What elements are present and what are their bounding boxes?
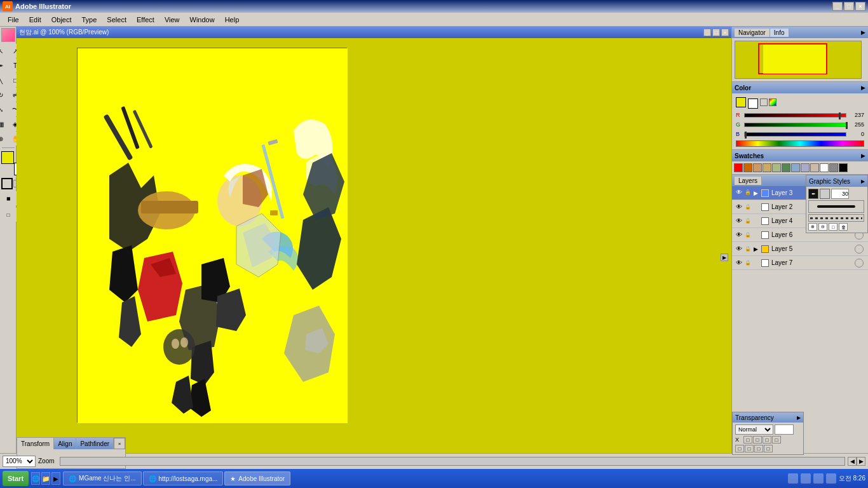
swatch-tan[interactable] <box>753 163 762 172</box>
layer-5-target[interactable] <box>855 245 864 254</box>
g-slider-handle[interactable] <box>846 122 848 129</box>
swatch-sage[interactable] <box>772 163 781 172</box>
gs-blend-btn3[interactable]: □ <box>829 223 837 231</box>
layer-row-5[interactable]: 👁 🔒 ▶ Layer 5 <box>732 242 868 256</box>
rotate-tool[interactable]: ↻ <box>0 88 8 102</box>
tab-align[interactable]: Align <box>54 438 76 449</box>
scroll-left-btn[interactable]: ◀ <box>848 457 857 466</box>
blend-mode-select[interactable]: Normal <box>735 424 773 435</box>
bottom-panel-close[interactable]: × <box>114 438 125 449</box>
g-slider[interactable] <box>744 123 846 127</box>
transparency-menu[interactable]: ▶ <box>797 415 801 421</box>
close-button[interactable]: × <box>855 2 865 11</box>
color-panel-menu[interactable]: ▶ <box>861 85 865 91</box>
gs-blend-btn1[interactable]: ⊕ <box>808 223 817 231</box>
line-tool[interactable]: ╲ <box>0 73 8 87</box>
trans-btn-3[interactable]: □ <box>763 436 771 444</box>
stroke-none[interactable] <box>760 98 768 106</box>
swatches-panel-menu[interactable]: ▶ <box>861 152 865 159</box>
layer-4-eye[interactable]: 👁 <box>735 217 743 224</box>
swatch-red[interactable] <box>734 163 743 172</box>
horizontal-scrollbar[interactable] <box>60 457 845 466</box>
stroke-indicator[interactable] <box>1 178 13 189</box>
layer-6-lock[interactable]: 🔒 <box>745 232 752 238</box>
trans-btn-4[interactable]: □ <box>772 436 781 444</box>
menu-edit[interactable]: Edit <box>24 15 46 25</box>
tray-icon-security[interactable] <box>826 473 836 484</box>
swatch-gray[interactable] <box>829 163 838 172</box>
gs-black-brush[interactable]: ✒ <box>808 189 818 199</box>
menu-help[interactable]: Help <box>220 15 245 25</box>
zoom-select[interactable]: 100% <box>3 456 36 467</box>
quick-launch-folder[interactable]: 📁 <box>41 472 50 485</box>
r-slider[interactable] <box>744 113 846 118</box>
minimize-button[interactable]: _ <box>832 2 843 11</box>
trans-btn-7[interactable]: □ <box>754 445 763 452</box>
trans-btn-8[interactable]: □ <box>764 445 773 452</box>
gs-value-input[interactable] <box>831 189 849 199</box>
swatch-white[interactable] <box>820 163 829 172</box>
color-mode-btn[interactable]: ◼ <box>1 191 15 205</box>
scale-tool[interactable]: ⤡ <box>0 102 8 116</box>
tray-icon-1[interactable] <box>788 473 798 484</box>
tab-layers[interactable]: Layers <box>735 177 762 185</box>
layer-5-eye[interactable]: 👁 <box>735 245 743 252</box>
trans-btn-1[interactable]: □ <box>743 436 752 444</box>
swatch-black[interactable] <box>839 163 848 172</box>
taskbar-btn-lostsaga[interactable]: 🌐 http://lostsaga.mga... <box>143 471 224 485</box>
swatch-beige[interactable] <box>810 163 819 172</box>
layer-2-eye[interactable]: 👁 <box>735 203 743 210</box>
tab-transform[interactable]: Transform <box>17 438 54 449</box>
menu-effect[interactable]: Effect <box>132 15 159 25</box>
layer-7-lock[interactable]: 🔒 <box>745 260 752 266</box>
tab-pathfinder[interactable]: Pathfinder <box>76 438 114 449</box>
foreground-color-swatch[interactable] <box>1 151 14 164</box>
menu-type[interactable]: Type <box>77 15 102 25</box>
zoom-tool[interactable]: ⊕ <box>0 132 8 146</box>
doc-close[interactable]: × <box>721 29 729 36</box>
b-slider-handle[interactable] <box>745 132 747 139</box>
bg-color-display[interactable] <box>748 98 758 109</box>
layer-5-expand[interactable]: ▶ <box>754 246 760 252</box>
maximize-button[interactable]: □ <box>844 2 854 11</box>
outline-view-btn[interactable]: □ <box>1 208 15 222</box>
opacity-input[interactable] <box>775 424 794 435</box>
taskbar-btn-mgame[interactable]: 🌐 MGame 신나는 인... <box>63 471 141 485</box>
gs-blend-btn2[interactable]: ⊖ <box>818 223 827 231</box>
navigator-menu-btn[interactable]: ▶ <box>861 29 865 36</box>
tab-info[interactable]: Info <box>770 29 789 37</box>
fg-color-display[interactable] <box>736 97 746 107</box>
scroll-right[interactable]: ▶ <box>721 254 728 261</box>
layer-7-target[interactable] <box>855 259 864 268</box>
start-button[interactable]: Start <box>3 471 29 486</box>
doc-window-controls[interactable]: _ □ × <box>703 29 729 36</box>
layer-3-eye[interactable]: 👁 <box>735 189 743 198</box>
quick-launch-media[interactable]: ▶ <box>51 472 60 485</box>
scroll-right-btn[interactable]: ▶ <box>857 457 865 466</box>
menu-file[interactable]: File <box>3 15 24 25</box>
layer-2-lock[interactable]: 🔒 <box>745 204 752 210</box>
color-spectrum[interactable] <box>736 140 864 147</box>
window-controls[interactable]: _ □ × <box>832 2 865 11</box>
b-slider[interactable] <box>744 132 846 137</box>
swatch-sand[interactable] <box>763 163 771 172</box>
menu-object[interactable]: Object <box>46 15 77 25</box>
taskbar-btn-illustrator[interactable]: ★ Adobe Illustrator <box>224 471 290 485</box>
gs-white-brush[interactable] <box>820 189 830 199</box>
layer-row-7[interactable]: 👁 🔒 Layer 7 <box>732 256 868 270</box>
layer-3-lock[interactable]: 🔒 <box>745 189 752 197</box>
tray-icon-network[interactable] <box>801 473 811 484</box>
layer-7-eye[interactable]: 👁 <box>735 259 743 266</box>
menu-select[interactable]: Select <box>102 15 132 25</box>
stroke-gradient[interactable] <box>769 98 776 106</box>
gs-blend-btn4[interactable]: 🗑 <box>839 223 848 231</box>
menu-window[interactable]: Window <box>185 15 220 25</box>
r-slider-handle[interactable] <box>839 112 841 119</box>
tray-icon-sound[interactable] <box>813 473 824 484</box>
layer-4-lock[interactable]: 🔒 <box>745 218 752 224</box>
doc-minimize[interactable]: _ <box>703 29 711 36</box>
swatch-blue[interactable] <box>791 163 800 172</box>
pen-tool[interactable]: ✒ <box>0 58 8 72</box>
doc-maximize[interactable]: □ <box>712 29 720 36</box>
trans-btn-5[interactable]: □ <box>735 445 744 452</box>
